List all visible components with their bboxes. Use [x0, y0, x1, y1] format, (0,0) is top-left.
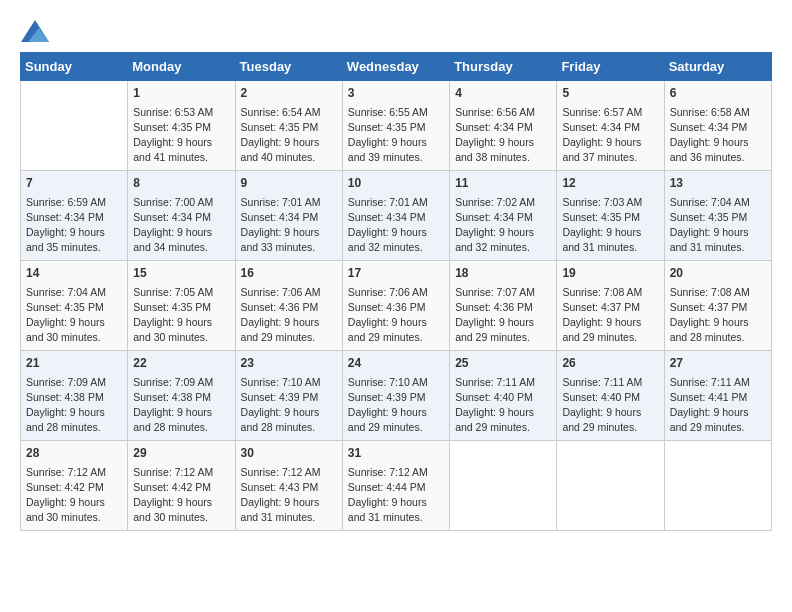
day-cell-7: 7Sunrise: 6:59 AMSunset: 4:34 PMDaylight… — [21, 171, 128, 261]
day-number: 26 — [562, 355, 658, 372]
day-info: Daylight: 9 hours — [562, 405, 658, 420]
day-info: and 28 minutes. — [133, 420, 229, 435]
day-info: Daylight: 9 hours — [133, 405, 229, 420]
day-info: Daylight: 9 hours — [26, 315, 122, 330]
day-cell-9: 9Sunrise: 7:01 AMSunset: 4:34 PMDaylight… — [235, 171, 342, 261]
day-info: Daylight: 9 hours — [562, 315, 658, 330]
day-info: Daylight: 9 hours — [241, 135, 337, 150]
day-cell-16: 16Sunrise: 7:06 AMSunset: 4:36 PMDayligh… — [235, 261, 342, 351]
day-info: and 31 minutes. — [670, 240, 766, 255]
header-monday: Monday — [128, 53, 235, 81]
day-cell-24: 24Sunrise: 7:10 AMSunset: 4:39 PMDayligh… — [342, 351, 449, 441]
week-row-4: 21Sunrise: 7:09 AMSunset: 4:38 PMDayligh… — [21, 351, 772, 441]
day-info: Sunset: 4:40 PM — [562, 390, 658, 405]
day-info: Daylight: 9 hours — [348, 405, 444, 420]
day-number: 5 — [562, 85, 658, 102]
day-info: Sunrise: 6:57 AM — [562, 105, 658, 120]
day-info: Sunset: 4:40 PM — [455, 390, 551, 405]
day-info: Sunrise: 6:58 AM — [670, 105, 766, 120]
day-info: Daylight: 9 hours — [26, 405, 122, 420]
day-info: Sunset: 4:44 PM — [348, 480, 444, 495]
day-info: Daylight: 9 hours — [241, 225, 337, 240]
day-number: 15 — [133, 265, 229, 282]
day-number: 21 — [26, 355, 122, 372]
day-info: Sunrise: 7:12 AM — [133, 465, 229, 480]
day-cell-17: 17Sunrise: 7:06 AMSunset: 4:36 PMDayligh… — [342, 261, 449, 351]
day-number: 6 — [670, 85, 766, 102]
day-number: 18 — [455, 265, 551, 282]
day-cell-4: 4Sunrise: 6:56 AMSunset: 4:34 PMDaylight… — [450, 81, 557, 171]
day-info: Daylight: 9 hours — [241, 405, 337, 420]
day-info: and 28 minutes. — [241, 420, 337, 435]
day-info: Daylight: 9 hours — [562, 225, 658, 240]
day-cell-23: 23Sunrise: 7:10 AMSunset: 4:39 PMDayligh… — [235, 351, 342, 441]
logo-icon — [21, 20, 49, 42]
day-info: and 39 minutes. — [348, 150, 444, 165]
day-info: and 34 minutes. — [133, 240, 229, 255]
day-cell-22: 22Sunrise: 7:09 AMSunset: 4:38 PMDayligh… — [128, 351, 235, 441]
day-info: Sunset: 4:35 PM — [133, 300, 229, 315]
day-info: Sunrise: 7:02 AM — [455, 195, 551, 210]
day-info: Sunset: 4:35 PM — [348, 120, 444, 135]
day-cell-30: 30Sunrise: 7:12 AMSunset: 4:43 PMDayligh… — [235, 441, 342, 531]
day-info: Sunset: 4:34 PM — [348, 210, 444, 225]
day-number: 3 — [348, 85, 444, 102]
day-info: and 29 minutes. — [241, 330, 337, 345]
day-cell-2: 2Sunrise: 6:54 AMSunset: 4:35 PMDaylight… — [235, 81, 342, 171]
logo — [20, 20, 49, 42]
day-info: Daylight: 9 hours — [133, 495, 229, 510]
day-cell-20: 20Sunrise: 7:08 AMSunset: 4:37 PMDayligh… — [664, 261, 771, 351]
day-info: Sunrise: 7:12 AM — [241, 465, 337, 480]
day-info: Daylight: 9 hours — [133, 225, 229, 240]
day-info: and 38 minutes. — [455, 150, 551, 165]
day-info: Sunset: 4:35 PM — [26, 300, 122, 315]
day-cell-10: 10Sunrise: 7:01 AMSunset: 4:34 PMDayligh… — [342, 171, 449, 261]
day-number: 12 — [562, 175, 658, 192]
day-number: 7 — [26, 175, 122, 192]
day-cell-6: 6Sunrise: 6:58 AMSunset: 4:34 PMDaylight… — [664, 81, 771, 171]
day-info: Sunrise: 7:10 AM — [241, 375, 337, 390]
day-info: Daylight: 9 hours — [455, 405, 551, 420]
day-info: and 31 minutes. — [241, 510, 337, 525]
day-info: Sunset: 4:37 PM — [670, 300, 766, 315]
day-cell-15: 15Sunrise: 7:05 AMSunset: 4:35 PMDayligh… — [128, 261, 235, 351]
day-info: Sunrise: 6:59 AM — [26, 195, 122, 210]
day-number: 30 — [241, 445, 337, 462]
day-info: Sunset: 4:35 PM — [562, 210, 658, 225]
day-info: Sunrise: 7:10 AM — [348, 375, 444, 390]
header-thursday: Thursday — [450, 53, 557, 81]
day-info: Daylight: 9 hours — [26, 495, 122, 510]
day-info: Daylight: 9 hours — [133, 135, 229, 150]
day-cell-28: 28Sunrise: 7:12 AMSunset: 4:42 PMDayligh… — [21, 441, 128, 531]
day-info: Sunset: 4:41 PM — [670, 390, 766, 405]
day-number: 27 — [670, 355, 766, 372]
day-number: 17 — [348, 265, 444, 282]
header-sunday: Sunday — [21, 53, 128, 81]
day-info: Daylight: 9 hours — [348, 495, 444, 510]
day-info: and 30 minutes. — [133, 510, 229, 525]
day-cell-5: 5Sunrise: 6:57 AMSunset: 4:34 PMDaylight… — [557, 81, 664, 171]
week-row-2: 7Sunrise: 6:59 AMSunset: 4:34 PMDaylight… — [21, 171, 772, 261]
day-cell-26: 26Sunrise: 7:11 AMSunset: 4:40 PMDayligh… — [557, 351, 664, 441]
day-info: Daylight: 9 hours — [455, 225, 551, 240]
day-cell-29: 29Sunrise: 7:12 AMSunset: 4:42 PMDayligh… — [128, 441, 235, 531]
day-number: 29 — [133, 445, 229, 462]
day-info: Sunrise: 7:09 AM — [133, 375, 229, 390]
day-number: 22 — [133, 355, 229, 372]
day-number: 24 — [348, 355, 444, 372]
day-info: Sunset: 4:35 PM — [133, 120, 229, 135]
day-cell-11: 11Sunrise: 7:02 AMSunset: 4:34 PMDayligh… — [450, 171, 557, 261]
day-info: and 33 minutes. — [241, 240, 337, 255]
day-info: Sunrise: 7:01 AM — [348, 195, 444, 210]
day-number: 11 — [455, 175, 551, 192]
header-row: SundayMondayTuesdayWednesdayThursdayFrid… — [21, 53, 772, 81]
day-info: Sunrise: 6:56 AM — [455, 105, 551, 120]
day-cell-3: 3Sunrise: 6:55 AMSunset: 4:35 PMDaylight… — [342, 81, 449, 171]
day-info: Sunrise: 7:04 AM — [670, 195, 766, 210]
day-number: 4 — [455, 85, 551, 102]
day-info: Sunrise: 7:04 AM — [26, 285, 122, 300]
day-info: Sunset: 4:34 PM — [670, 120, 766, 135]
day-info: Sunrise: 6:54 AM — [241, 105, 337, 120]
day-info: Daylight: 9 hours — [348, 225, 444, 240]
header-friday: Friday — [557, 53, 664, 81]
